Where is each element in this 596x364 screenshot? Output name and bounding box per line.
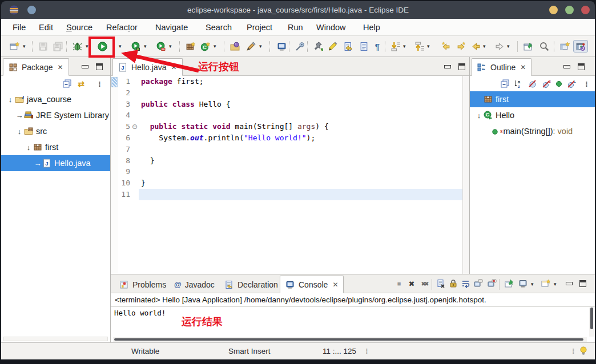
maximize-view-icon[interactable] — [577, 63, 585, 70]
scroll-lock-icon[interactable] — [448, 278, 459, 289]
outline-item-main[interactable]: s main(String[]) : void — [470, 123, 595, 139]
code-editor[interactable]: 1 2 3 4 5 6 7 8 9 10 11 ⊖ package first;… — [111, 76, 462, 274]
terminate-icon[interactable]: ■ — [393, 278, 405, 289]
line-number-ruler[interactable]: 1 2 3 4 5 6 7 8 9 10 11 — [118, 76, 132, 274]
save-all-icon[interactable] — [51, 40, 64, 52]
hide-fields-icon[interactable] — [527, 78, 538, 90]
sort-alphabetically-icon[interactable]: az — [513, 78, 525, 90]
annotation-ruler[interactable] — [111, 76, 118, 274]
link-with-editor-icon[interactable]: ⇄ — [75, 78, 87, 90]
display-console-icon[interactable] — [517, 278, 529, 289]
open-type-icon[interactable] — [228, 40, 241, 52]
scrollbar-thumb[interactable] — [114, 338, 583, 341]
expand-arrow-icon[interactable]: → — [15, 111, 24, 120]
tree-item-hello-java[interactable]: → J Hello.java — [1, 155, 110, 171]
forward-menu-caret[interactable]: ▾ — [507, 43, 510, 49]
horizontal-scrollbar[interactable] — [113, 337, 587, 342]
pin-editor-icon[interactable] — [522, 40, 534, 52]
close-window-button[interactable] — [581, 6, 590, 14]
expand-arrow-icon[interactable]: → — [33, 159, 42, 168]
back-menu-caret[interactable]: ▾ — [483, 43, 486, 49]
java-perspective-icon[interactable]: J — [573, 40, 588, 52]
maximize-view-icon[interactable] — [458, 63, 465, 70]
compass-needle-icon[interactable] — [293, 40, 306, 52]
debug-icon[interactable] — [71, 40, 83, 52]
display-console-caret[interactable]: ▾ — [531, 281, 534, 287]
vertical-scrollbar[interactable] — [589, 308, 594, 337]
run-button-icon[interactable] — [96, 40, 108, 52]
menu-project[interactable]: Project — [243, 19, 276, 36]
new-java-class-icon[interactable]: C — [199, 40, 211, 52]
collapse-all-icon[interactable] — [62, 78, 73, 90]
minimize-view-icon[interactable] — [565, 280, 573, 287]
external-tools-pen-icon[interactable] — [244, 40, 257, 52]
menu-refactor[interactable]: Refactor — [103, 19, 141, 36]
menu-run[interactable]: Run — [284, 19, 307, 36]
tab-hello-java[interactable]: J Hello.java ✕ — [112, 58, 183, 76]
folding-ruler[interactable]: ⊖ — [132, 76, 139, 274]
maximize-view-icon[interactable] — [579, 280, 586, 287]
hide-local-types-icon[interactable]: L — [566, 78, 577, 90]
tab-declaration[interactable]: Declaration — [219, 276, 283, 293]
open-perspective-icon[interactable] — [558, 40, 571, 52]
last-edit-location-icon[interactable]: e — [312, 40, 324, 52]
search-icon[interactable] — [538, 40, 550, 52]
previous-annotation-caret[interactable]: ▾ — [427, 43, 430, 49]
tree-item-first[interactable]: ↓ first — [1, 139, 110, 155]
new-class-menu-caret[interactable]: ▾ — [214, 43, 216, 49]
previous-annotation-icon[interactable] — [413, 40, 426, 52]
tab-outline[interactable]: Outline ✕ — [472, 58, 531, 76]
expand-arrow-icon[interactable]: ↓ — [15, 127, 24, 136]
maximize-window-button[interactable] — [565, 6, 574, 14]
close-icon[interactable]: ✕ — [171, 63, 176, 71]
tree-item-java-course[interactable]: ↓ J java_course — [1, 91, 110, 107]
minimize-view-icon[interactable] — [563, 63, 570, 70]
external-tools-menu-caret[interactable]: ▾ — [259, 43, 262, 49]
coverage-menu-caret[interactable]: ▾ — [144, 43, 147, 49]
menu-help[interactable]: Help — [360, 19, 384, 36]
show-whitespace-pilcrow-icon[interactable]: ¶ — [371, 40, 384, 52]
minimize-window-button[interactable] — [549, 6, 558, 14]
back-to-edit-icon[interactable] — [440, 40, 452, 52]
forward-icon[interactable] — [493, 40, 506, 52]
coverage-icon[interactable] — [129, 40, 142, 52]
run-menu-caret[interactable]: ▾ — [119, 43, 122, 49]
lightbulb-icon[interactable] — [579, 346, 589, 357]
new-wizard-menu-caret[interactable]: ▾ — [23, 43, 26, 49]
clear-console-icon[interactable] — [435, 278, 446, 289]
menu-window[interactable]: Window — [313, 19, 349, 36]
view-menu-icon[interactable]: ⁞ — [581, 78, 592, 90]
highlighter-icon[interactable] — [327, 40, 339, 52]
expand-arrow-icon[interactable]: ↓ — [6, 95, 15, 104]
tab-problems[interactable]: Problems — [114, 276, 171, 293]
minimize-view-icon[interactable] — [444, 63, 451, 70]
forward-to-edit-icon[interactable] — [454, 40, 467, 52]
tree-item-jre-library[interactable]: → JRE System Library — [1, 107, 110, 123]
outline-item-first[interactable]: first — [470, 91, 595, 107]
console-view-icon[interactable] — [275, 40, 288, 52]
hide-static-members-icon[interactable]: s — [541, 78, 552, 90]
minimize-view-icon[interactable] — [81, 63, 88, 70]
next-annotation-icon[interactable] — [389, 40, 402, 52]
tab-console[interactable]: Console ✕ — [280, 276, 344, 293]
overview-ruler[interactable] — [462, 76, 469, 274]
remove-all-terminated-icon[interactable]: ✖✖ — [418, 278, 430, 289]
next-annotation-caret[interactable]: ▾ — [403, 43, 406, 49]
menu-file[interactable]: File — [9, 19, 29, 36]
tab-javadoc[interactable]: @ Javadoc — [169, 276, 220, 293]
scrollbar-thumb[interactable] — [590, 308, 593, 329]
open-console-icon[interactable] — [540, 278, 551, 289]
expand-arrow-icon[interactable]: ↓ — [24, 143, 33, 152]
debug-menu-caret[interactable]: ▾ — [86, 43, 88, 49]
pin-console-icon[interactable] — [504, 278, 515, 289]
show-source-doc-icon[interactable] — [357, 40, 370, 52]
menu-navigate[interactable]: Navigate — [152, 19, 191, 36]
close-icon[interactable]: ✕ — [520, 63, 526, 71]
save-icon[interactable] — [37, 40, 49, 52]
close-icon[interactable]: ✕ — [57, 63, 63, 71]
horizontal-scrollbar[interactable] — [3, 337, 108, 341]
menu-search[interactable]: Search — [202, 19, 235, 36]
tree-item-src[interactable]: ↓ src — [1, 123, 110, 139]
menu-source[interactable]: Source — [63, 19, 96, 36]
show-on-stderr-icon[interactable] — [486, 278, 498, 289]
